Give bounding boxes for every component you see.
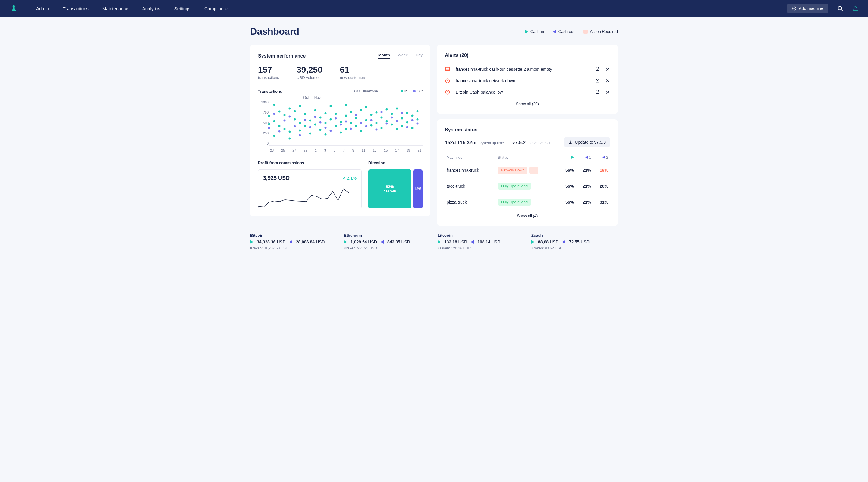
pct-out-1: 21% <box>576 162 593 178</box>
ticker-zcash: Zcash88,68 USD72.55 USDKraken: 80.62 USD <box>531 233 618 250</box>
search-icon[interactable] <box>837 5 843 11</box>
th-machines: Machines <box>445 153 496 162</box>
alerts-title: Alerts (20) <box>445 53 610 58</box>
pct-out-2: 20% <box>593 178 610 194</box>
ticker-out: 28,086.84 USD <box>296 239 325 244</box>
profit-change: ↗ 2.1% <box>342 175 356 181</box>
ticker-in: 1,029.54 USD <box>350 239 377 244</box>
ticker-out: 108.14 USD <box>477 239 500 244</box>
ticker-in: 132.18 USD <box>444 239 467 244</box>
machine-name: francesinha-truck <box>445 162 496 178</box>
square-action-icon <box>584 30 588 34</box>
dot-in-icon <box>401 90 403 93</box>
alert-text: francesinha-truck network down <box>456 78 590 83</box>
ticker-name: Litecoin <box>438 233 524 238</box>
status-badge: Fully Operational <box>498 183 531 190</box>
external-link-icon[interactable] <box>595 90 600 95</box>
close-icon[interactable] <box>605 90 610 95</box>
legend-action-required: Action Required <box>584 29 618 34</box>
ticker-name: Bitcoin <box>250 233 337 238</box>
transactions-scatter-chart: 10007505002500 <box>269 100 423 146</box>
ticker-bitcoin: Bitcoin34,328.36 USD28,086.84 USDKraken:… <box>250 233 337 250</box>
table-row[interactable]: taco-truckFully Operational56%21%20% <box>445 178 610 194</box>
update-button[interactable]: Update to v7.5.3 <box>564 137 610 147</box>
alert-row: francesinha-truck network down <box>445 75 610 87</box>
stat-label: USD volume <box>297 75 322 80</box>
status-extra-badge: +1 <box>529 167 538 174</box>
pct-in: 56% <box>558 194 576 210</box>
stat-value: 39,250 <box>297 65 322 75</box>
plus-circle-icon <box>792 6 796 10</box>
pct-out-1: 21% <box>576 178 593 194</box>
nav-item-analytics[interactable]: Analytics <box>142 6 160 11</box>
pct-in: 56% <box>558 178 576 194</box>
stat-value: 157 <box>258 65 279 75</box>
table-row[interactable]: francesinha-truckNetwork Down+156%21%19% <box>445 162 610 178</box>
machines-table: Machines Status 1 2 francesinha-truckNet… <box>445 153 610 210</box>
ticker-out: 842.35 USD <box>387 239 410 244</box>
system-status-title: System status <box>445 127 610 133</box>
ticker-in: 34,328.36 USD <box>257 239 286 244</box>
bell-icon[interactable] <box>852 5 858 11</box>
uptime-label: system up time <box>479 141 504 145</box>
alert-text: Bitcoin Cash balance low <box>456 90 590 95</box>
direction-out: 18% <box>413 169 423 208</box>
status-badge: Network Down <box>498 167 527 174</box>
triangle-out-icon <box>289 240 292 244</box>
page-header: Dashboard Cash-in Cash-out Action Requir… <box>250 26 618 37</box>
status-show-all[interactable]: Show all (4) <box>445 214 610 218</box>
triangle-in-icon <box>531 240 534 244</box>
system-performance-title: System performance <box>258 53 306 59</box>
triangle-out-icon <box>381 240 384 244</box>
th-status: Status <box>496 153 558 162</box>
legend-cash-out: Cash-out <box>553 29 575 34</box>
close-icon[interactable] <box>605 67 610 72</box>
ticker-sub: Kraken: 935.95 USD <box>344 246 430 250</box>
direction-title: Direction <box>368 161 423 165</box>
alert-row: francesinha-truck cash-out cassette 2 al… <box>445 64 610 75</box>
ticker-name: Zcash <box>531 233 618 238</box>
alert-circle-icon <box>445 90 450 95</box>
pct-out-1: 21% <box>576 194 593 210</box>
chart-legend-out: Out <box>413 89 423 93</box>
chart-legend-in: In <box>401 89 407 93</box>
alerts-show-all[interactable]: Show all (20) <box>445 101 610 106</box>
machine-name: pizza truck <box>445 194 496 210</box>
direction-box: 82% cash-in 18% <box>368 169 423 208</box>
version-label: server version <box>529 141 551 145</box>
logo-icon <box>10 4 18 13</box>
machine-name: taco-truck <box>445 178 496 194</box>
period-tab-month[interactable]: Month <box>378 53 390 59</box>
nav-item-admin[interactable]: Admin <box>36 6 49 11</box>
profit-title: Profit from commissions <box>258 161 362 165</box>
pct-in: 56% <box>558 162 576 178</box>
dot-out-icon <box>413 90 415 93</box>
ticker-name: Ethereum <box>344 233 430 238</box>
pct-out-2: 19% <box>593 162 610 178</box>
legend: Cash-in Cash-out Action Required <box>525 29 618 34</box>
nav-item-settings[interactable]: Settings <box>174 6 190 11</box>
close-icon[interactable] <box>605 78 610 83</box>
system-status-card: System status 152d 11h 32m system up tim… <box>437 119 618 226</box>
alert-circle-icon <box>445 78 450 84</box>
svg-point-1 <box>838 6 842 10</box>
nav-item-transactions[interactable]: Transactions <box>63 6 89 11</box>
profit-box: 3,925 USD ↗ 2.1% <box>258 169 362 208</box>
ticker-sub: Kraken: 31,207.60 USD <box>250 246 337 250</box>
ticker-sub: Kraken: 80.62 USD <box>531 246 618 250</box>
top-navbar: AdminTransactionsMaintenanceAnalyticsSet… <box>0 0 868 17</box>
table-row[interactable]: pizza truckFully Operational56%21%31% <box>445 194 610 210</box>
uptime-value: 152d 11h 32m <box>445 140 476 146</box>
ticker-ethereum: Ethereum1,029.54 USD842.35 USDKraken: 93… <box>344 233 430 250</box>
nav-item-maintenance[interactable]: Maintenance <box>102 6 128 11</box>
alerts-card: Alerts (20) francesinha-truck cash-out c… <box>437 45 618 114</box>
period-tab-week[interactable]: Week <box>398 53 408 59</box>
period-tab-day[interactable]: Day <box>415 53 423 59</box>
external-link-icon[interactable] <box>595 78 600 83</box>
add-machine-button[interactable]: Add machine <box>787 4 828 13</box>
alert-row: Bitcoin Cash balance low <box>445 87 610 98</box>
status-badge: Fully Operational <box>498 198 531 206</box>
external-link-icon[interactable] <box>595 67 600 72</box>
triangle-out-icon <box>602 156 605 159</box>
nav-item-compliance[interactable]: Compliance <box>204 6 228 11</box>
